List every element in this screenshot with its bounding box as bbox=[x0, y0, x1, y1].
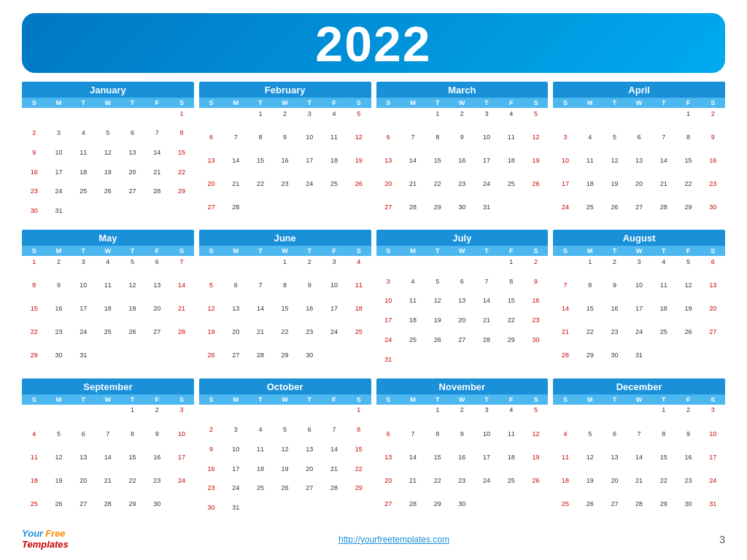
month-block-april: AprilSMTWTFS1234567891011121314151617181… bbox=[553, 82, 725, 225]
day-empty bbox=[400, 108, 425, 131]
day-cell: 20 bbox=[223, 327, 248, 350]
dow-row: SMTWTFS bbox=[199, 246, 371, 256]
day-empty bbox=[223, 108, 248, 131]
day-empty bbox=[22, 108, 47, 128]
dow-cell: T bbox=[474, 394, 499, 405]
day-cell: 22 bbox=[347, 463, 371, 483]
day-cell: 18 bbox=[651, 303, 676, 327]
day-empty bbox=[376, 108, 401, 131]
day-empty bbox=[22, 405, 47, 428]
day-cell: 21 bbox=[144, 166, 169, 186]
day-cell: 13 bbox=[700, 280, 725, 303]
day-cell: 16 bbox=[450, 155, 475, 178]
day-cell: 11 bbox=[322, 131, 347, 155]
day-cell: 20 bbox=[144, 303, 169, 327]
day-cell: 2 bbox=[199, 424, 224, 444]
day-empty bbox=[627, 405, 651, 428]
day-cell: 25 bbox=[347, 327, 371, 350]
day-cell: 19 bbox=[47, 475, 71, 498]
day-cell: 3 bbox=[474, 108, 499, 131]
day-cell: 31 bbox=[71, 350, 96, 373]
dow-row: SMTWTFS bbox=[199, 98, 371, 108]
day-cell: 4 bbox=[322, 108, 347, 131]
footer-url[interactable]: http://yourfreetemplates.com bbox=[338, 534, 449, 545]
month-block-december: DecemberSMTWTFS1234567891011121314151617… bbox=[553, 378, 725, 521]
dow-cell: S bbox=[524, 98, 549, 108]
day-cell: 12 bbox=[199, 303, 224, 327]
day-cell: 17 bbox=[553, 178, 578, 201]
day-cell: 3 bbox=[553, 131, 578, 155]
day-empty bbox=[199, 256, 224, 279]
day-cell: 6 bbox=[376, 131, 401, 155]
dow-cell: T bbox=[651, 246, 676, 256]
footer: Your Free Templates http://yourfreetempl… bbox=[22, 527, 725, 550]
day-cell: 14 bbox=[248, 303, 273, 327]
dow-cell: S bbox=[347, 98, 371, 108]
day-cell: 12 bbox=[347, 131, 371, 155]
day-cell: 13 bbox=[376, 155, 401, 178]
dow-row: SMTWTFS bbox=[376, 98, 549, 108]
day-cell: 24 bbox=[223, 483, 248, 502]
day-cell: 25 bbox=[322, 178, 347, 201]
day-cell: 17 bbox=[474, 155, 499, 178]
day-cell: 6 bbox=[223, 280, 248, 303]
day-cell: 23 bbox=[144, 475, 169, 498]
dow-cell: W bbox=[627, 246, 651, 256]
days-grid: 1234567891011121314151617181920212223242… bbox=[199, 108, 371, 225]
days-grid: 1234567891011121314151617181920212223242… bbox=[22, 405, 194, 521]
day-cell: 5 bbox=[199, 280, 224, 303]
day-cell: 29 bbox=[578, 350, 603, 373]
day-empty bbox=[199, 108, 224, 131]
day-empty bbox=[578, 405, 603, 428]
day-cell: 2 bbox=[450, 108, 475, 131]
logo: Your Free Templates bbox=[22, 529, 69, 550]
day-cell: 2 bbox=[47, 256, 71, 279]
day-empty bbox=[248, 405, 273, 424]
day-cell: 16 bbox=[144, 451, 169, 475]
day-empty bbox=[96, 405, 120, 428]
day-cell: 28 bbox=[248, 350, 273, 373]
day-cell: 28 bbox=[169, 327, 194, 350]
day-cell: 12 bbox=[524, 428, 549, 451]
dow-cell: S bbox=[524, 246, 549, 256]
day-cell: 8 bbox=[169, 128, 194, 147]
day-cell: 16 bbox=[273, 155, 298, 178]
day-cell: 15 bbox=[273, 303, 298, 327]
day-cell: 23 bbox=[603, 327, 627, 350]
day-cell: 6 bbox=[627, 131, 651, 155]
day-cell: 26 bbox=[120, 327, 145, 350]
day-cell: 23 bbox=[47, 327, 71, 350]
day-cell: 21 bbox=[400, 178, 425, 201]
day-cell: 19 bbox=[199, 327, 224, 350]
day-cell: 25 bbox=[400, 334, 425, 354]
day-cell: 26 bbox=[347, 178, 371, 201]
dow-cell: T bbox=[120, 394, 145, 405]
dow-cell: F bbox=[499, 98, 524, 108]
dow-cell: S bbox=[553, 246, 578, 256]
days-grid: 1234567891011121314151617181920212223242… bbox=[376, 256, 549, 373]
day-cell: 12 bbox=[120, 280, 145, 303]
day-cell: 26 bbox=[578, 498, 603, 521]
day-cell: 27 bbox=[627, 201, 651, 225]
day-cell: 5 bbox=[273, 424, 298, 444]
day-cell: 15 bbox=[676, 155, 701, 178]
day-empty bbox=[474, 256, 499, 276]
day-cell: 4 bbox=[553, 428, 578, 451]
day-cell: 29 bbox=[273, 350, 298, 373]
day-cell: 7 bbox=[553, 280, 578, 303]
month-name-october: October bbox=[199, 378, 371, 394]
day-cell: 29 bbox=[676, 201, 701, 225]
dow-cell: M bbox=[223, 394, 248, 405]
day-cell: 17 bbox=[223, 463, 248, 483]
day-cell: 7 bbox=[651, 131, 676, 155]
dow-row: SMTWTFS bbox=[553, 246, 725, 256]
day-cell: 20 bbox=[627, 178, 651, 201]
day-cell: 3 bbox=[71, 256, 96, 279]
dow-cell: T bbox=[248, 98, 273, 108]
day-cell: 11 bbox=[499, 131, 524, 155]
day-cell: 4 bbox=[400, 276, 425, 295]
day-cell: 23 bbox=[450, 475, 475, 498]
dow-cell: F bbox=[322, 394, 347, 405]
day-cell: 8 bbox=[499, 276, 524, 295]
dow-cell: S bbox=[199, 246, 224, 256]
